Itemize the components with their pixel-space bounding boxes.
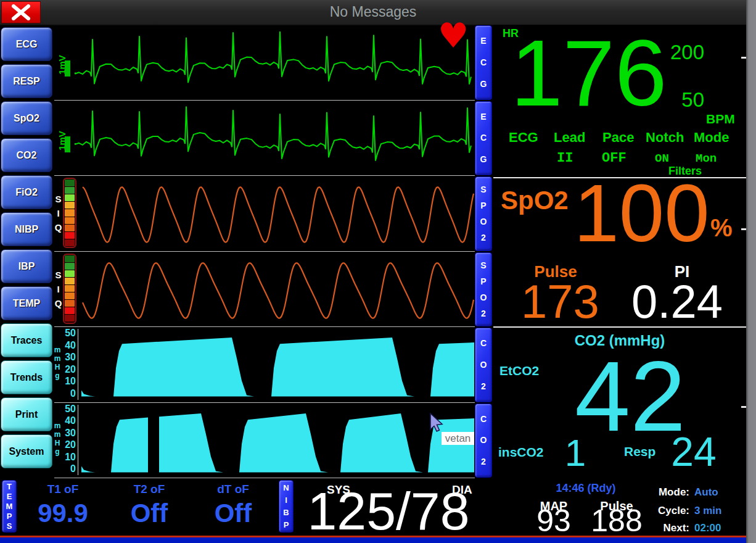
hr-limit-low: 50 bbox=[670, 88, 704, 112]
dt-label: dT oF bbox=[202, 483, 264, 496]
t2-value: Off bbox=[118, 500, 180, 527]
sidebar: ECGRESPSpO2CO2FiO2NIBPIBPTEMPTracesTrend… bbox=[0, 27, 53, 471]
co2-section[interactable]: CO2 (mmHg) EtCO2 42 insCO2 1 Resp 24 bbox=[493, 328, 746, 478]
close-icon bbox=[11, 4, 31, 20]
numeric-panel: HR 176 200 50 BPM ECG Lead Pace Notch Mo… bbox=[493, 25, 746, 478]
channel-badge-co2-4[interactable]: C O 2 bbox=[475, 328, 492, 402]
insco2-label: insCO2 bbox=[498, 445, 544, 460]
insco2-value: 1 bbox=[560, 434, 591, 472]
nibp-pulse-value: 188 bbox=[587, 505, 646, 536]
notch-value: ON bbox=[655, 152, 669, 165]
hr-limit-high: 200 bbox=[670, 41, 704, 64]
nibp-time-status: 14:46 (Rdy) bbox=[543, 482, 629, 495]
spo2-section[interactable]: SpO2 100 % Pulse PI 173 0.24 bbox=[493, 178, 746, 328]
close-button[interactable] bbox=[1, 1, 41, 23]
ecg-waveform bbox=[54, 101, 475, 175]
trace-row-ecg-1[interactable]: 1mV bbox=[54, 101, 475, 176]
trace-row-spo2-2[interactable]: S I Q bbox=[54, 176, 475, 252]
trace-area: 1mV1mVS I QS I Qm m H g50403020100m m H … bbox=[54, 25, 475, 478]
pleth-waveform bbox=[54, 252, 475, 326]
scrollbar-gutter bbox=[746, 0, 756, 543]
trace-row-co2-4[interactable]: m m H g50403020100 bbox=[54, 327, 475, 403]
t1-label: T1 oF bbox=[32, 483, 94, 496]
pi-value: 0.24 bbox=[630, 278, 724, 325]
hr-value: 176 bbox=[511, 26, 660, 120]
mode-header: Mode bbox=[694, 130, 729, 146]
sidebar-button-traces[interactable]: Traces bbox=[1, 323, 52, 357]
sidebar-button-temp[interactable]: TEMP bbox=[1, 286, 52, 320]
notch-header: Notch bbox=[646, 130, 684, 146]
ecg-settings-header: ECG bbox=[509, 130, 538, 146]
temps-badge[interactable]: T E M P S bbox=[2, 480, 17, 533]
channel-badge-ecg-1[interactable]: E C G bbox=[475, 101, 492, 176]
t1-value: 99.9 bbox=[32, 500, 94, 527]
temp1-group: T1 oF 99.9 bbox=[32, 483, 94, 527]
next-row-label: Next: bbox=[641, 522, 689, 534]
dt-value: Off bbox=[202, 500, 264, 527]
resp-value: 24 bbox=[667, 431, 720, 472]
patient-monitor-screen: No Messages ECGRESPSpO2CO2FiO2NIBPIBPTEM… bbox=[0, 0, 756, 543]
channel-badge-label: C O 2 bbox=[480, 408, 487, 473]
resp-label: Resp bbox=[624, 444, 655, 459]
spo2-limit-tick bbox=[741, 228, 746, 230]
spo2-label: SpO2 bbox=[501, 186, 569, 215]
sidebar-button-nibp[interactable]: NIBP bbox=[1, 212, 52, 246]
hr-limit-tick bbox=[741, 57, 746, 59]
mode-row-label: Mode: bbox=[641, 486, 689, 499]
cycle-row-label: Cycle: bbox=[641, 505, 689, 517]
trace-row-co2-5[interactable]: m m H g50403020100 bbox=[54, 403, 475, 479]
sidebar-button-co2[interactable]: CO2 bbox=[1, 138, 52, 172]
nibp-badge[interactable]: N I B P bbox=[279, 480, 294, 533]
channel-badge-label: E C G bbox=[480, 106, 487, 170]
sidebar-button-trends[interactable]: Trends bbox=[1, 360, 52, 394]
t2-label: T2 oF bbox=[118, 483, 180, 496]
pace-value: OFF bbox=[602, 151, 627, 166]
ecg-waveform bbox=[54, 25, 475, 99]
sidebar-button-ibp[interactable]: IBP bbox=[1, 249, 52, 283]
sidebar-button-ecg[interactable]: ECG bbox=[1, 27, 52, 61]
channel-badge-label: E C G bbox=[480, 30, 487, 94]
spo2-value: 100 bbox=[572, 173, 711, 254]
channel-badge-label: C O 2 bbox=[480, 333, 487, 397]
pleth-waveform bbox=[54, 176, 475, 251]
pace-header: Pace bbox=[602, 130, 634, 146]
etco2-label: EtCO2 bbox=[499, 363, 539, 378]
temp-delta-group: dT oF Off bbox=[202, 483, 264, 527]
nibp-value: 125/78 bbox=[298, 484, 479, 537]
sidebar-button-print[interactable]: Print bbox=[1, 397, 52, 431]
capno-waveform bbox=[54, 327, 475, 402]
trace-row-spo2-3[interactable]: S I Q bbox=[54, 252, 475, 328]
sidebar-button-system[interactable]: System bbox=[1, 434, 52, 468]
sidebar-button-resp[interactable]: RESP bbox=[1, 64, 52, 98]
temp2-group: T2 oF Off bbox=[118, 483, 180, 527]
lead-header: Lead bbox=[554, 130, 585, 146]
channel-badge-label: S P O 2 bbox=[480, 181, 487, 246]
cycle-row-value: 3 min bbox=[694, 505, 721, 517]
sidebar-button-spo2[interactable]: SpO2 bbox=[1, 101, 52, 135]
bottom-bar: T E M P S T1 oF 99.9 T2 oF Off dT oF Off… bbox=[0, 478, 746, 537]
mode-value: Mon bbox=[696, 152, 717, 165]
message-area: No Messages bbox=[0, 4, 746, 20]
heartbeat-icon: ♥ bbox=[438, 19, 469, 53]
trace-row-ecg-0[interactable]: 1mV bbox=[54, 25, 475, 101]
spo2-unit: % bbox=[710, 214, 733, 242]
sidebar-button-fio2[interactable]: FiO2 bbox=[1, 175, 52, 209]
bottom-blue-strip bbox=[0, 537, 746, 543]
next-row-value: 02:00 bbox=[694, 522, 721, 534]
co2-limit-tick bbox=[741, 406, 746, 408]
mode-row-value: Auto bbox=[694, 486, 718, 499]
capno-waveform bbox=[54, 403, 475, 478]
mouse-cursor bbox=[429, 413, 444, 433]
map-value: 93 bbox=[532, 505, 576, 536]
lead-value: II bbox=[557, 151, 573, 166]
cursor-tooltip: vetan bbox=[442, 432, 474, 445]
hr-unit: BPM bbox=[706, 112, 735, 126]
pulse-value: 173 bbox=[521, 278, 592, 325]
channel-badge-co2-5[interactable]: C O 2 bbox=[475, 404, 492, 478]
channel-badge-spo2-3[interactable]: S P O 2 bbox=[475, 252, 492, 327]
hr-section[interactable]: HR 176 200 50 BPM ECG Lead Pace Notch Mo… bbox=[493, 25, 746, 178]
channel-badge-ecg-0[interactable]: E C G bbox=[475, 25, 492, 100]
channel-badge-label: S P O 2 bbox=[480, 257, 487, 321]
channel-badge-spo2-2[interactable]: S P O 2 bbox=[475, 176, 492, 251]
channel-badge-strip: E C GE C GS P O 2S P O 2C O 2C O 2 bbox=[475, 25, 493, 478]
